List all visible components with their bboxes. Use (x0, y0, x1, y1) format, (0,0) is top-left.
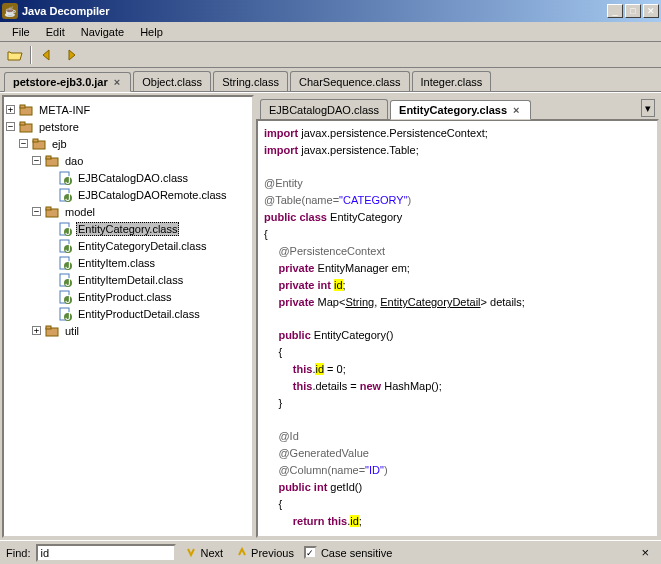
menu-navigate[interactable]: Navigate (73, 24, 132, 40)
svg-text:J: J (65, 174, 71, 185)
svg-rect-1 (20, 105, 25, 108)
expander-icon[interactable]: − (19, 139, 28, 148)
tab-integer-class[interactable]: Integer.class (412, 71, 492, 91)
svg-rect-3 (20, 122, 25, 125)
find-bar: Find: Next Previous ✓Case sensitive × (0, 540, 661, 564)
package-tree[interactable]: +META-INF−petstore−ejb−daoJEJBCatalogDAO… (2, 95, 254, 538)
tree-node-label: ejb (50, 137, 69, 151)
find-prev-label: Previous (251, 547, 294, 559)
svg-text:J: J (65, 310, 71, 321)
find-input[interactable] (36, 544, 176, 562)
class-icon: J (58, 291, 72, 303)
close-icon[interactable]: × (112, 76, 122, 88)
expander-icon[interactable]: − (32, 207, 41, 216)
minimize-button[interactable]: _ (607, 4, 623, 18)
tab-string-class[interactable]: String.class (213, 71, 288, 91)
tree-node[interactable]: −dao (6, 152, 250, 169)
tree-node[interactable]: −ejb (6, 135, 250, 152)
class-icon: J (58, 257, 72, 269)
tree-node[interactable]: JEntityItemDetail.class (6, 271, 250, 288)
window-title: Java Decompiler (22, 5, 607, 17)
tree-node-label: model (63, 205, 97, 219)
close-icon[interactable]: × (511, 104, 521, 116)
class-icon: J (58, 240, 72, 252)
tab-object-class[interactable]: Object.class (133, 71, 211, 91)
svg-text:J: J (65, 191, 71, 202)
package-icon (45, 206, 59, 218)
app-icon: ☕ (2, 3, 18, 19)
open-button[interactable] (4, 44, 26, 66)
menubar: File Edit Navigate Help (0, 22, 661, 42)
maximize-button[interactable]: □ (625, 4, 641, 18)
tab-charsequence-class[interactable]: CharSequence.class (290, 71, 410, 91)
svg-rect-5 (33, 139, 38, 142)
source-code[interactable]: import javax.persistence.PersistenceCont… (256, 119, 659, 538)
case-sensitive-checkbox[interactable]: ✓Case sensitive (304, 546, 393, 559)
tree-node[interactable]: +util (6, 322, 250, 339)
menu-help[interactable]: Help (132, 24, 171, 40)
code-tab-row: EJBCatalogDAO.class EntityCategory.class… (256, 95, 659, 119)
package-icon (45, 155, 59, 167)
tab-label: CharSequence.class (299, 76, 401, 88)
find-close-button[interactable]: × (635, 545, 655, 560)
find-label: Find: (6, 547, 30, 559)
tree-node[interactable]: +META-INF (6, 101, 250, 118)
forward-button[interactable] (60, 44, 82, 66)
content-area: +META-INF−petstore−ejb−daoJEJBCatalogDAO… (0, 92, 661, 540)
arrow-left-icon (40, 48, 54, 62)
svg-rect-35 (46, 326, 51, 329)
tab-label: String.class (222, 76, 279, 88)
tree-node-label: EntityCategory.class (76, 222, 179, 236)
expander-icon[interactable]: + (32, 326, 41, 335)
code-panel: EJBCatalogDAO.class EntityCategory.class… (256, 95, 659, 538)
expander-icon[interactable]: + (6, 105, 15, 114)
tree-node[interactable]: −model (6, 203, 250, 220)
svg-rect-7 (46, 156, 51, 159)
tree-node[interactable]: JEntityCategoryDetail.class (6, 237, 250, 254)
svg-rect-15 (46, 207, 51, 210)
find-next-label: Next (200, 547, 223, 559)
package-icon (19, 121, 33, 133)
tree-node-label: EntityProductDetail.class (76, 307, 202, 321)
tree-node[interactable]: JEntityProductDetail.class (6, 305, 250, 322)
separator (30, 46, 32, 64)
code-tab-entitycategory[interactable]: EntityCategory.class× (390, 100, 530, 120)
tree-node[interactable]: JEJBCatalogDAORemote.class (6, 186, 250, 203)
tree-node-label: dao (63, 154, 85, 168)
tab-label: EntityCategory.class (399, 104, 507, 116)
expander-icon[interactable]: − (6, 122, 15, 131)
expander-icon[interactable]: − (32, 156, 41, 165)
tree-node[interactable]: JEntityProduct.class (6, 288, 250, 305)
tree-node-label: EJBCatalogDAORemote.class (76, 188, 229, 202)
window-buttons: _ □ ✕ (607, 4, 659, 18)
tree-node[interactable]: JEntityItem.class (6, 254, 250, 271)
code-tab-ejbcatalogdao[interactable]: EJBCatalogDAO.class (260, 99, 388, 119)
tree-node-label: EntityItemDetail.class (76, 273, 185, 287)
class-icon: J (58, 189, 72, 201)
toolbar (0, 42, 661, 68)
tree-node[interactable]: JEntityCategory.class (6, 220, 250, 237)
tab-petstore-jar[interactable]: petstore-ejb3.0.jar× (4, 72, 131, 92)
tree-node-label: EJBCatalogDAO.class (76, 171, 190, 185)
tree-node[interactable]: JEJBCatalogDAO.class (6, 169, 250, 186)
find-prev-button[interactable]: Previous (233, 547, 298, 559)
find-next-button[interactable]: Next (182, 547, 227, 559)
svg-text:J: J (65, 259, 71, 270)
class-icon: J (58, 308, 72, 320)
menu-file[interactable]: File (4, 24, 38, 40)
svg-text:J: J (65, 293, 71, 304)
tab-label: EJBCatalogDAO.class (269, 104, 379, 116)
back-button[interactable] (36, 44, 58, 66)
close-button[interactable]: ✕ (643, 4, 659, 18)
tree-node-label: EntityCategoryDetail.class (76, 239, 208, 253)
tree-node[interactable]: −petstore (6, 118, 250, 135)
tab-overflow-button[interactable]: ▾ (641, 99, 655, 117)
class-icon: J (58, 172, 72, 184)
tab-label: petstore-ejb3.0.jar (13, 76, 108, 88)
case-sensitive-label: Case sensitive (321, 547, 393, 559)
package-icon (45, 325, 59, 337)
menu-edit[interactable]: Edit (38, 24, 73, 40)
svg-text:J: J (65, 242, 71, 253)
arrow-down-icon (186, 547, 196, 559)
svg-text:J: J (65, 276, 71, 287)
